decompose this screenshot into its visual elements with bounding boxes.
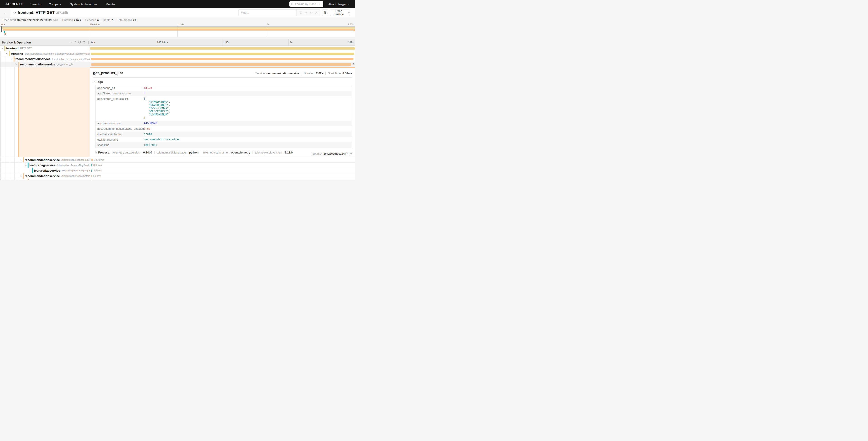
span-timeline-cell[interactable] <box>90 56 355 62</box>
trace-title: frontend: HTTP GET <box>18 10 55 15</box>
span-table-header: Service & Operation 0μs666.89ms1.33s2s2.… <box>0 39 355 46</box>
command-icon: ⌘ <box>323 11 327 14</box>
nav-item-search[interactable]: Search <box>26 2 44 6</box>
back-button[interactable]: ← <box>0 8 10 17</box>
deep-link-icon[interactable] <box>349 152 352 155</box>
trace-id-short: 2f715fb <box>56 11 68 14</box>
tag-row[interactable]: app.recommendation.cache_enabledtrue <box>95 126 352 131</box>
expand-chevron-icon[interactable] <box>16 64 18 65</box>
trace-minimap[interactable] <box>0 26 355 37</box>
next-match-icon[interactable] <box>310 12 313 13</box>
span-service-name: frontend <box>6 47 19 50</box>
tag-row[interactable]: app.filtered_products.count8 <box>95 91 352 96</box>
span-duration-bar[interactable] <box>91 63 351 66</box>
span-duration-bar[interactable] <box>91 164 92 167</box>
service-color-strip <box>28 179 29 180</box>
tag-row[interactable]: app.products.count44530923 <box>95 121 352 126</box>
expand-chevron-icon[interactable] <box>20 159 22 161</box>
span-row-recommendationservice[interactable]: recommendationservice/hipstershop.Featur… <box>0 157 355 163</box>
span-row-recommendationservice[interactable]: recommendationservice/hipstershop.Produc… <box>0 173 355 179</box>
span-id-value: 1ca2262df0e18447 <box>323 152 348 155</box>
span-duration-bar[interactable] <box>91 175 92 177</box>
app-brand[interactable]: JAEGER UI <box>5 2 22 6</box>
nav-item-monitor[interactable]: Monitor <box>101 2 120 6</box>
keyboard-shortcuts-button[interactable]: ⌘ <box>322 9 328 16</box>
about-jaeger-menu[interactable]: About Jaeger <box>328 2 350 6</box>
divider <box>83 19 83 22</box>
service-color-strip <box>32 168 33 173</box>
column-resize-handle[interactable] <box>89 41 89 44</box>
tags-section-toggle[interactable]: Tags <box>93 80 352 84</box>
collapse-all-icon[interactable] <box>78 41 81 44</box>
find-suffix <box>297 10 320 16</box>
clear-find-icon[interactable] <box>315 11 317 14</box>
time-tick-label: 2.67s <box>347 41 354 44</box>
span-timeline-cell[interactable] <box>90 46 355 51</box>
spacer <box>0 37 355 39</box>
expand-chevron-icon[interactable] <box>6 53 9 55</box>
prev-match-icon[interactable] <box>305 12 308 13</box>
minimap-span-bar <box>3 29 353 31</box>
tag-row[interactable]: app.cache_hitfalse <box>95 85 352 91</box>
span-duration-bar[interactable] <box>91 159 93 161</box>
span-row-featureflagservice[interactable]: featureflagservicefeatureflagservice.rep… <box>0 168 355 173</box>
tag-row[interactable]: app.filtered_products.list[ "1YMWWN1N4O"… <box>95 96 352 121</box>
expand-chevron-icon[interactable] <box>25 164 27 166</box>
nav-item-system-architecture[interactable]: System Architecture <box>66 2 101 6</box>
span-operation-name: grpc.hipstershop.RecommendationService/L… <box>25 52 90 55</box>
tag-row[interactable]: otel.library.namerecommendationservice <box>95 137 352 142</box>
span-service-name: recommendationservice <box>20 63 55 66</box>
trace-view-select[interactable]: Trace Timeline <box>330 9 350 16</box>
tag-row[interactable]: internal.span.formatproto <box>95 131 352 137</box>
span-duration-bar[interactable] <box>90 47 355 50</box>
span-timeline-cell[interactable]: 2.62s <box>90 62 355 67</box>
span-timeline-cell[interactable] <box>90 51 355 56</box>
span-service-name: recommendationservice <box>25 174 60 178</box>
span-operation-name: /hipstershop.FeatureFlagService/Ge... <box>57 164 90 167</box>
tag-row[interactable]: span.kindinternal <box>95 142 352 148</box>
tag-key: app.recommendation.cache_enabled <box>95 126 142 131</box>
service-color-strip <box>23 157 24 163</box>
expand-chevron-icon[interactable] <box>20 175 22 177</box>
span-service-name: featureflagservice <box>29 164 56 167</box>
expand-chevron-icon[interactable] <box>11 58 13 60</box>
trace-id-search[interactable] <box>289 1 323 7</box>
chevron-down-icon <box>348 3 350 5</box>
focus-match-icon[interactable] <box>299 11 302 14</box>
span-duration-bar[interactable] <box>91 170 92 172</box>
span-timeline-cell[interactable]: 14.49ms <box>90 157 355 163</box>
chevron-down-icon <box>348 12 350 13</box>
tag-value: 8 <box>142 91 147 96</box>
span-timeline-cell[interactable]: 3.47ms <box>90 168 355 173</box>
span-row-frontend[interactable]: frontendHTTP GET <box>0 46 355 51</box>
span-row-recommendationservice[interactable]: recommendationserviceget_product_list2.6… <box>0 62 355 67</box>
tag-list-item: "OLJCESPC7Z" <box>144 110 169 113</box>
tag-value: internal <box>142 142 159 148</box>
find-input[interactable] <box>239 10 297 16</box>
span-row-featureflagservice[interactable]: featureflagservice/hipstershop.FeatureFl… <box>0 163 355 168</box>
expand-one-icon[interactable] <box>75 41 76 44</box>
service-color-strip <box>9 51 10 56</box>
span-duration-bar[interactable] <box>91 58 353 60</box>
minimap-span-bar <box>4 33 6 35</box>
meta-label: Trace Start <box>2 19 16 22</box>
span-id-label: SpanID: <box>312 152 322 155</box>
span-row-partial <box>0 179 355 180</box>
span-duration-value: 2.62s <box>316 72 323 75</box>
collapse-trace-header-button[interactable] <box>13 11 16 13</box>
expand-all-icon[interactable] <box>83 41 86 44</box>
collapse-one-icon[interactable] <box>70 41 73 43</box>
tag-key: app.cache_hit <box>95 85 142 91</box>
span-operation-name: featureflagservice.repo.query:fe... <box>62 169 90 172</box>
tag-value: [ "1YMWWN1N4O", "66VCHSJNUP", "2ZYFJ3GM2… <box>142 96 172 121</box>
span-timeline-cell[interactable]: 1.04ms <box>90 173 355 179</box>
time-tick-label: 2s <box>267 23 270 26</box>
span-duration-bar[interactable] <box>91 53 354 55</box>
nav-item-compare[interactable]: Compare <box>44 2 66 6</box>
span-row-recommendationservice[interactable]: recommendationservice/hipstershop.Recomm… <box>0 56 355 62</box>
process-label: Process: <box>98 151 110 154</box>
span-timeline-cell[interactable]: 3.68ms <box>90 163 355 168</box>
expand-chevron-icon[interactable] <box>1 48 4 49</box>
span-row-frontend[interactable]: frontendgrpc.hipstershop.RecommendationS… <box>0 51 355 57</box>
trace-id-search-input[interactable] <box>295 2 321 6</box>
